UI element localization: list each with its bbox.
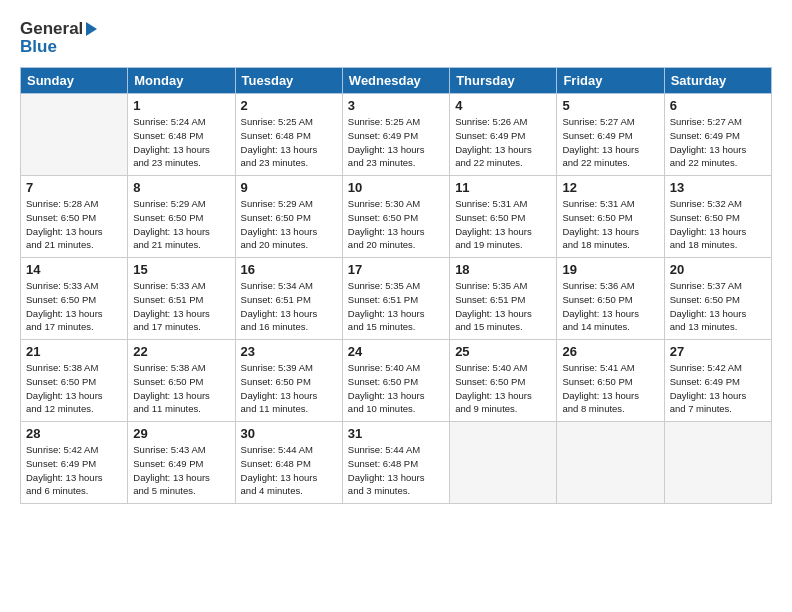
calendar-cell: 24Sunrise: 5:40 AM Sunset: 6:50 PM Dayli…	[342, 340, 449, 422]
calendar-cell	[557, 422, 664, 504]
day-number: 28	[26, 426, 122, 441]
logo-general-text: General	[20, 19, 83, 38]
cell-info: Sunrise: 5:39 AM Sunset: 6:50 PM Dayligh…	[241, 361, 337, 416]
calendar-cell: 29Sunrise: 5:43 AM Sunset: 6:49 PM Dayli…	[128, 422, 235, 504]
calendar-cell: 28Sunrise: 5:42 AM Sunset: 6:49 PM Dayli…	[21, 422, 128, 504]
week-row-1: 1Sunrise: 5:24 AM Sunset: 6:48 PM Daylig…	[21, 94, 772, 176]
day-number: 22	[133, 344, 229, 359]
cell-info: Sunrise: 5:40 AM Sunset: 6:50 PM Dayligh…	[348, 361, 444, 416]
cell-info: Sunrise: 5:28 AM Sunset: 6:50 PM Dayligh…	[26, 197, 122, 252]
day-number: 21	[26, 344, 122, 359]
cell-info: Sunrise: 5:42 AM Sunset: 6:49 PM Dayligh…	[670, 361, 766, 416]
calendar-cell: 15Sunrise: 5:33 AM Sunset: 6:51 PM Dayli…	[128, 258, 235, 340]
calendar-cell: 25Sunrise: 5:40 AM Sunset: 6:50 PM Dayli…	[450, 340, 557, 422]
day-number: 15	[133, 262, 229, 277]
calendar-cell	[664, 422, 771, 504]
calendar-cell: 27Sunrise: 5:42 AM Sunset: 6:49 PM Dayli…	[664, 340, 771, 422]
cell-info: Sunrise: 5:33 AM Sunset: 6:51 PM Dayligh…	[133, 279, 229, 334]
calendar-cell: 12Sunrise: 5:31 AM Sunset: 6:50 PM Dayli…	[557, 176, 664, 258]
calendar-cell: 10Sunrise: 5:30 AM Sunset: 6:50 PM Dayli…	[342, 176, 449, 258]
cell-info: Sunrise: 5:25 AM Sunset: 6:48 PM Dayligh…	[241, 115, 337, 170]
calendar-cell	[450, 422, 557, 504]
day-number: 29	[133, 426, 229, 441]
calendar-cell	[21, 94, 128, 176]
cell-info: Sunrise: 5:27 AM Sunset: 6:49 PM Dayligh…	[670, 115, 766, 170]
calendar-cell: 19Sunrise: 5:36 AM Sunset: 6:50 PM Dayli…	[557, 258, 664, 340]
calendar-cell: 26Sunrise: 5:41 AM Sunset: 6:50 PM Dayli…	[557, 340, 664, 422]
calendar-cell: 30Sunrise: 5:44 AM Sunset: 6:48 PM Dayli…	[235, 422, 342, 504]
day-number: 4	[455, 98, 551, 113]
day-number: 13	[670, 180, 766, 195]
logo: General Blue	[20, 18, 97, 57]
week-row-4: 21Sunrise: 5:38 AM Sunset: 6:50 PM Dayli…	[21, 340, 772, 422]
day-number: 31	[348, 426, 444, 441]
weekday-header-friday: Friday	[557, 68, 664, 94]
cell-info: Sunrise: 5:38 AM Sunset: 6:50 PM Dayligh…	[26, 361, 122, 416]
day-number: 1	[133, 98, 229, 113]
calendar-cell: 8Sunrise: 5:29 AM Sunset: 6:50 PM Daylig…	[128, 176, 235, 258]
weekday-header-monday: Monday	[128, 68, 235, 94]
day-number: 26	[562, 344, 658, 359]
header: General Blue	[20, 18, 772, 57]
day-number: 23	[241, 344, 337, 359]
day-number: 17	[348, 262, 444, 277]
calendar-cell: 21Sunrise: 5:38 AM Sunset: 6:50 PM Dayli…	[21, 340, 128, 422]
week-row-2: 7Sunrise: 5:28 AM Sunset: 6:50 PM Daylig…	[21, 176, 772, 258]
calendar-cell: 1Sunrise: 5:24 AM Sunset: 6:48 PM Daylig…	[128, 94, 235, 176]
cell-info: Sunrise: 5:29 AM Sunset: 6:50 PM Dayligh…	[133, 197, 229, 252]
day-number: 18	[455, 262, 551, 277]
cell-info: Sunrise: 5:35 AM Sunset: 6:51 PM Dayligh…	[455, 279, 551, 334]
calendar-cell: 14Sunrise: 5:33 AM Sunset: 6:50 PM Dayli…	[21, 258, 128, 340]
page: General Blue SundayMondayTuesdayWednesda…	[0, 0, 792, 612]
logo-blue-text: Blue	[20, 37, 57, 57]
day-number: 9	[241, 180, 337, 195]
cell-info: Sunrise: 5:41 AM Sunset: 6:50 PM Dayligh…	[562, 361, 658, 416]
day-number: 27	[670, 344, 766, 359]
day-number: 12	[562, 180, 658, 195]
day-number: 7	[26, 180, 122, 195]
calendar-cell: 13Sunrise: 5:32 AM Sunset: 6:50 PM Dayli…	[664, 176, 771, 258]
day-number: 3	[348, 98, 444, 113]
cell-info: Sunrise: 5:33 AM Sunset: 6:50 PM Dayligh…	[26, 279, 122, 334]
cell-info: Sunrise: 5:29 AM Sunset: 6:50 PM Dayligh…	[241, 197, 337, 252]
cell-info: Sunrise: 5:34 AM Sunset: 6:51 PM Dayligh…	[241, 279, 337, 334]
day-number: 8	[133, 180, 229, 195]
calendar-cell: 7Sunrise: 5:28 AM Sunset: 6:50 PM Daylig…	[21, 176, 128, 258]
day-number: 14	[26, 262, 122, 277]
cell-info: Sunrise: 5:38 AM Sunset: 6:50 PM Dayligh…	[133, 361, 229, 416]
calendar-cell: 17Sunrise: 5:35 AM Sunset: 6:51 PM Dayli…	[342, 258, 449, 340]
day-number: 16	[241, 262, 337, 277]
day-number: 10	[348, 180, 444, 195]
calendar-cell: 23Sunrise: 5:39 AM Sunset: 6:50 PM Dayli…	[235, 340, 342, 422]
cell-info: Sunrise: 5:35 AM Sunset: 6:51 PM Dayligh…	[348, 279, 444, 334]
calendar-cell: 6Sunrise: 5:27 AM Sunset: 6:49 PM Daylig…	[664, 94, 771, 176]
weekday-header-thursday: Thursday	[450, 68, 557, 94]
day-number: 19	[562, 262, 658, 277]
calendar-cell: 20Sunrise: 5:37 AM Sunset: 6:50 PM Dayli…	[664, 258, 771, 340]
cell-info: Sunrise: 5:25 AM Sunset: 6:49 PM Dayligh…	[348, 115, 444, 170]
day-number: 2	[241, 98, 337, 113]
cell-info: Sunrise: 5:42 AM Sunset: 6:49 PM Dayligh…	[26, 443, 122, 498]
calendar-cell: 18Sunrise: 5:35 AM Sunset: 6:51 PM Dayli…	[450, 258, 557, 340]
calendar-cell: 2Sunrise: 5:25 AM Sunset: 6:48 PM Daylig…	[235, 94, 342, 176]
logo-arrow-icon	[86, 22, 97, 36]
cell-info: Sunrise: 5:40 AM Sunset: 6:50 PM Dayligh…	[455, 361, 551, 416]
weekday-header-sunday: Sunday	[21, 68, 128, 94]
cell-info: Sunrise: 5:44 AM Sunset: 6:48 PM Dayligh…	[348, 443, 444, 498]
cell-info: Sunrise: 5:31 AM Sunset: 6:50 PM Dayligh…	[455, 197, 551, 252]
cell-info: Sunrise: 5:31 AM Sunset: 6:50 PM Dayligh…	[562, 197, 658, 252]
calendar-cell: 31Sunrise: 5:44 AM Sunset: 6:48 PM Dayli…	[342, 422, 449, 504]
calendar-cell: 22Sunrise: 5:38 AM Sunset: 6:50 PM Dayli…	[128, 340, 235, 422]
cell-info: Sunrise: 5:43 AM Sunset: 6:49 PM Dayligh…	[133, 443, 229, 498]
weekday-header-tuesday: Tuesday	[235, 68, 342, 94]
calendar-cell: 9Sunrise: 5:29 AM Sunset: 6:50 PM Daylig…	[235, 176, 342, 258]
cell-info: Sunrise: 5:32 AM Sunset: 6:50 PM Dayligh…	[670, 197, 766, 252]
calendar-cell: 11Sunrise: 5:31 AM Sunset: 6:50 PM Dayli…	[450, 176, 557, 258]
calendar-table: SundayMondayTuesdayWednesdayThursdayFrid…	[20, 67, 772, 504]
cell-info: Sunrise: 5:24 AM Sunset: 6:48 PM Dayligh…	[133, 115, 229, 170]
weekday-header-saturday: Saturday	[664, 68, 771, 94]
cell-info: Sunrise: 5:26 AM Sunset: 6:49 PM Dayligh…	[455, 115, 551, 170]
logo-general: General	[20, 18, 97, 39]
day-number: 30	[241, 426, 337, 441]
cell-info: Sunrise: 5:36 AM Sunset: 6:50 PM Dayligh…	[562, 279, 658, 334]
